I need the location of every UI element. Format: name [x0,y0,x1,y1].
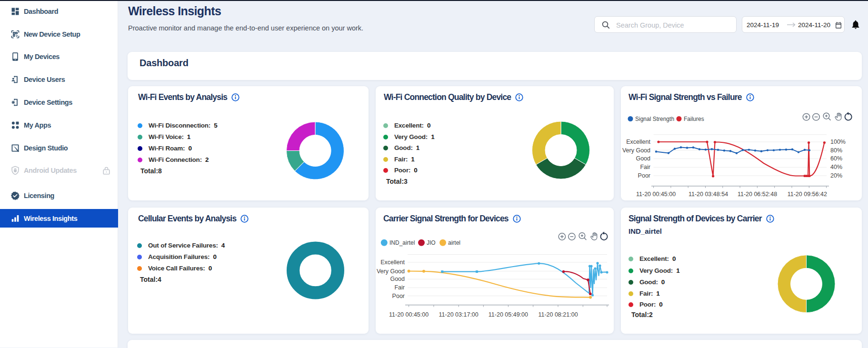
svg-text:80%: 80% [830,147,842,154]
svg-text:Very Good: Very Good [622,147,650,154]
svg-text:11-20 00:45:00: 11-20 00:45:00 [636,191,676,198]
svg-text:Poor: Poor [638,172,650,179]
svg-text:11-20 03:48:54: 11-20 03:48:54 [688,191,728,198]
svg-text:11-20 03:17:00: 11-20 03:17:00 [439,311,479,318]
svg-text:Excellent: Excellent [626,139,650,145]
svg-text:60%: 60% [830,155,842,162]
svg-text:Fair: Fair [640,164,650,170]
svg-text:11-20 00:45:00: 11-20 00:45:00 [389,311,429,318]
svg-text:Fair: Fair [394,284,405,291]
svg-text:11-20 05:49:00: 11-20 05:49:00 [489,311,528,318]
svg-text:Signal Strength: Signal Strength [635,116,674,122]
svg-text:Good: Good [390,276,405,282]
svg-text:11-20 06:52:48: 11-20 06:52:48 [738,191,777,198]
svg-text:IND_airtel: IND_airtel [389,239,415,246]
svg-text:11-20 08:21:00: 11-20 08:21:00 [538,311,578,318]
svg-text:Failures: Failures [684,116,704,122]
svg-text:Good: Good [636,155,650,162]
svg-text:Very Good: Very Good [377,268,405,275]
svg-text:airtel: airtel [448,239,460,246]
svg-text:11-20 09:56:42: 11-20 09:56:42 [788,191,827,198]
svg-text:JIO: JIO [427,239,436,246]
svg-text:40%: 40% [830,164,842,170]
svg-text:Poor: Poor [392,293,405,299]
svg-text:100%: 100% [830,139,846,145]
svg-text:Excellent: Excellent [380,259,405,266]
svg-text:20%: 20% [830,172,842,179]
